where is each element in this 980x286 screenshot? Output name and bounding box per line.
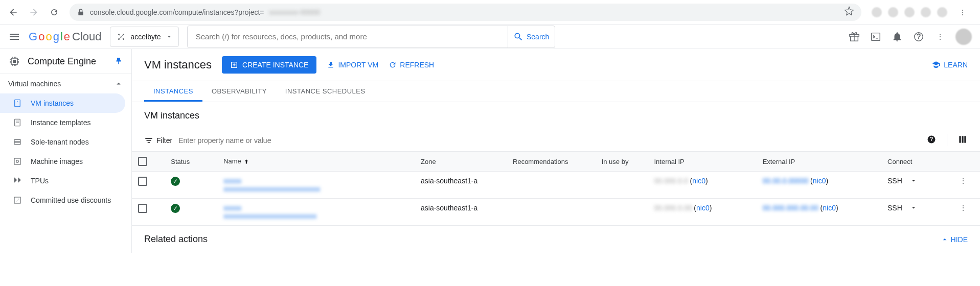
learn-icon [931,60,941,69]
site-info-icon [77,8,85,16]
sidebar-item-label: Sole-tenant nodes [31,138,89,146]
content-header: VM instances CREATE INSTANCE IMPORT VM R… [132,49,980,81]
col-status[interactable]: Status [165,152,217,172]
forward-button[interactable] [25,3,43,21]
select-all-checkbox[interactable] [138,157,147,166]
section-title: VM instances [132,102,980,129]
project-selector[interactable]: accelbyte [110,27,179,47]
project-name: accelbyte [131,33,161,41]
row-checkbox[interactable] [138,177,147,186]
star-icon[interactable] [844,6,854,18]
col-internal-ip[interactable]: Internal IP [648,152,757,172]
ext-icon[interactable] [904,7,915,17]
filter-input[interactable] [178,136,920,145]
sidebar-item-machine-images[interactable]: Machine images [0,152,131,171]
notifications-icon[interactable] [891,31,903,43]
reload-button[interactable] [45,3,63,21]
nic-link[interactable]: nic0 [813,177,826,185]
sidebar-item-label: Instance templates [31,118,91,127]
columns-icon[interactable] [947,134,968,146]
sidebar-item-sole-tenant[interactable]: Sole-tenant nodes [0,132,131,152]
col-in-use-by[interactable]: In use by [596,152,648,172]
table-row: ✓ xxxxxxxxxxxxxxxxxxxxxxxxxxxxxxx asia-s… [132,199,980,226]
menu-button[interactable] [8,31,20,43]
col-zone[interactable]: Zone [415,152,507,172]
help-filter-icon[interactable]: ? [926,134,937,146]
row-more-button[interactable]: ⋮ [960,177,967,185]
import-icon [327,61,335,69]
search-button[interactable]: Search [508,26,555,47]
ssh-button[interactable]: SSH [887,177,917,185]
ext-icon[interactable] [937,7,947,17]
chevron-down-icon [910,178,917,184]
import-vm-button[interactable]: IMPORT VM [327,61,378,69]
filter-label[interactable]: Filter [144,136,172,145]
ip-redacted: 00.000.000.00.00 [763,204,818,212]
sidebar-item-tpus[interactable]: TPUs [0,171,131,190]
page-title: VM instances [144,58,212,72]
svg-rect-13 [14,158,20,164]
help-icon[interactable] [913,31,925,43]
col-recommendations[interactable]: Recommendations [507,152,596,172]
sidebar-item-label: Committed use discounts [31,196,111,204]
instance-name-redacted[interactable]: xxxxxxxxxxxxxxxxxxxxxxxxxxxxxxx [223,204,316,220]
sidebar-item-label: Machine images [31,157,83,165]
browser-menu-button[interactable]: ⋮ [953,3,972,21]
tab-schedules[interactable]: INSTANCE SCHEDULES [276,81,375,102]
app-header: Google Cloud accelbyte Search ⋮ [0,25,980,49]
refresh-icon [389,61,397,69]
create-instance-button[interactable]: CREATE INSTANCE [222,56,316,74]
search-input[interactable] [188,32,508,41]
chevron-down-icon [910,205,917,211]
content: VM instances CREATE INSTANCE IMPORT VM R… [132,49,980,253]
row-checkbox[interactable] [138,204,147,213]
row-more-button[interactable]: ⋮ [960,204,967,212]
pin-icon[interactable] [114,56,123,67]
instance-name-redacted[interactable]: xxxxxxxxxxxxxxxxxxxxxxxxxxxxxxxx [223,177,320,193]
tab-observability[interactable]: OBSERVABILITY [202,81,276,102]
url-redacted: xxxxxxxx-00000 [269,8,320,16]
sidebar-item-vm-instances[interactable]: VM instances [0,93,125,113]
learn-button[interactable]: LEARN [931,60,968,69]
ext-icon[interactable] [888,7,898,17]
sidebar-item-instance-templates[interactable]: Instance templates [0,113,131,132]
nic-link[interactable]: nic0 [823,204,836,212]
nav-group-header[interactable]: Virtual machines [0,74,131,93]
zone-cell: asia-southeast1-a [415,199,507,226]
svg-rect-7 [13,60,16,63]
svg-rect-21 [964,136,966,142]
template-icon [12,118,22,127]
col-external-ip[interactable]: External IP [757,152,881,172]
ip-redacted: 00.000.0.0 [654,177,688,185]
sidebar-item-committed-use[interactable]: Committed use discounts [0,190,131,210]
chevron-down-icon [166,34,172,40]
more-icon[interactable]: ⋮ [934,31,946,43]
refresh-button[interactable]: REFRESH [389,61,434,69]
ext-icon[interactable] [872,7,882,17]
col-name[interactable]: Name [217,152,415,172]
url-bar[interactable]: console.cloud.google.com/compute/instanc… [70,4,861,21]
ssh-button[interactable]: SSH [887,204,917,212]
tab-instances[interactable]: INSTANCES [144,81,202,102]
chevron-up-icon [941,235,949,244]
svg-rect-11 [14,140,20,142]
status-running-icon: ✓ [171,204,180,213]
ip-redacted: 00.00.0.00000 [763,177,809,185]
filter-bar: Filter ? [132,129,980,151]
nic-link[interactable]: nic0 [696,204,710,212]
ext-icon[interactable] [921,7,931,17]
cloud-shell-icon[interactable] [870,31,882,43]
gift-icon[interactable] [848,31,860,43]
chevron-up-icon [114,79,123,88]
nic-link[interactable]: nic0 [692,177,705,185]
hide-button[interactable]: HIDE [941,235,968,244]
ip-redacted: 00.000.0.00 [654,204,692,212]
project-icon [117,32,126,41]
compute-engine-icon [8,55,20,67]
google-cloud-logo[interactable]: Google Cloud [29,30,102,43]
sidebar-item-label: TPUs [31,177,49,185]
table-row: ✓ xxxxxxxxxxxxxxxxxxxxxxxxxxxxxxxx asia-… [132,172,980,199]
user-avatar[interactable] [955,29,972,45]
col-connect[interactable]: Connect [881,152,953,172]
back-button[interactable] [4,3,22,21]
